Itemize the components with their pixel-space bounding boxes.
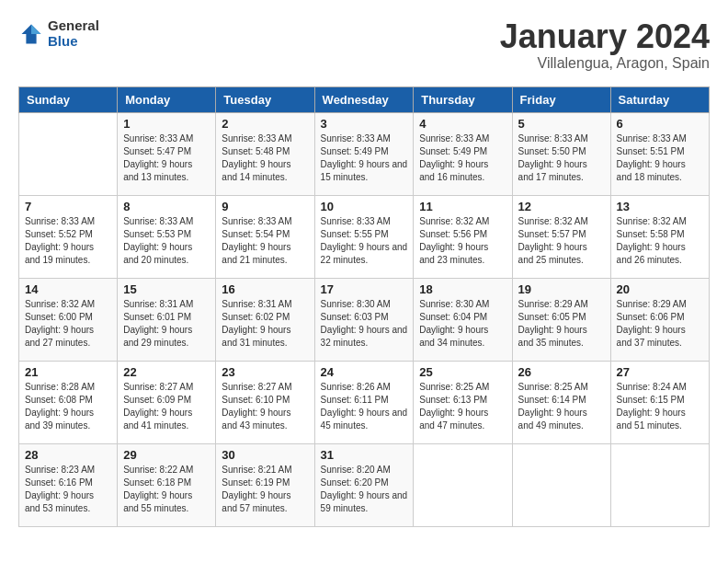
day-number: 17 — [321, 282, 408, 296]
title-area: January 2024 Villalengua, Aragon, Spain — [500, 18, 710, 72]
day-number: 14 — [25, 282, 111, 296]
svg-marker-1 — [31, 24, 41, 34]
day-info: Sunrise: 8:21 AM Sunset: 6:19 PM Dayligh… — [222, 464, 308, 515]
calendar-cell — [512, 443, 610, 526]
calendar-cell: 4Sunrise: 8:33 AM Sunset: 5:49 PM Daylig… — [414, 112, 512, 195]
day-number: 10 — [321, 200, 408, 213]
calendar-cell: 19Sunrise: 8:29 AM Sunset: 6:05 PM Dayli… — [512, 278, 610, 361]
day-info: Sunrise: 8:33 AM Sunset: 5:53 PM Dayligh… — [123, 215, 210, 267]
calendar-cell: 30Sunrise: 8:21 AM Sunset: 6:19 PM Dayli… — [216, 443, 314, 526]
calendar-cell — [414, 443, 512, 526]
header-thursday: Thursday — [414, 86, 512, 112]
calendar-cell: 25Sunrise: 8:25 AM Sunset: 6:13 PM Dayli… — [414, 361, 512, 443]
day-info: Sunrise: 8:31 AM Sunset: 6:02 PM Dayligh… — [222, 298, 308, 350]
day-number: 21 — [25, 365, 111, 379]
day-number: 3 — [321, 117, 408, 131]
day-info: Sunrise: 8:33 AM Sunset: 5:47 PM Dayligh… — [123, 132, 210, 184]
day-number: 8 — [123, 200, 210, 213]
calendar-cell: 20Sunrise: 8:29 AM Sunset: 6:06 PM Dayli… — [610, 278, 709, 361]
day-info: Sunrise: 8:30 AM Sunset: 6:04 PM Dayligh… — [419, 298, 506, 350]
header-friday: Friday — [512, 86, 610, 112]
header-tuesday: Tuesday — [216, 86, 314, 112]
calendar-cell: 13Sunrise: 8:32 AM Sunset: 5:58 PM Dayli… — [610, 195, 709, 278]
day-number: 7 — [25, 200, 111, 213]
day-info: Sunrise: 8:23 AM Sunset: 6:16 PM Dayligh… — [25, 464, 111, 515]
day-number: 26 — [518, 365, 605, 379]
day-info: Sunrise: 8:30 AM Sunset: 6:03 PM Dayligh… — [321, 298, 408, 350]
day-info: Sunrise: 8:31 AM Sunset: 6:01 PM Dayligh… — [123, 298, 210, 350]
day-number: 31 — [321, 448, 408, 462]
day-info: Sunrise: 8:27 AM Sunset: 6:10 PM Dayligh… — [222, 381, 308, 432]
day-info: Sunrise: 8:33 AM Sunset: 5:52 PM Dayligh… — [25, 215, 111, 267]
calendar-cell: 27Sunrise: 8:24 AM Sunset: 6:15 PM Dayli… — [610, 361, 709, 443]
calendar-subtitle: Villalengua, Aragon, Spain — [500, 55, 710, 72]
header: General Blue January 2024 Villalengua, A… — [18, 18, 710, 72]
day-number: 5 — [518, 117, 605, 131]
day-info: Sunrise: 8:29 AM Sunset: 6:05 PM Dayligh… — [518, 298, 605, 350]
day-info: Sunrise: 8:29 AM Sunset: 6:06 PM Dayligh… — [617, 298, 703, 350]
day-number: 9 — [222, 200, 308, 213]
logo-general: General — [48, 18, 99, 34]
day-info: Sunrise: 8:33 AM Sunset: 5:51 PM Dayligh… — [617, 132, 703, 184]
calendar-cell: 22Sunrise: 8:27 AM Sunset: 6:09 PM Dayli… — [118, 361, 216, 443]
day-info: Sunrise: 8:26 AM Sunset: 6:11 PM Dayligh… — [321, 381, 408, 432]
calendar-week-4: 21Sunrise: 8:28 AM Sunset: 6:08 PM Dayli… — [19, 361, 710, 443]
calendar-title: January 2024 — [500, 18, 710, 55]
day-number: 30 — [222, 448, 308, 462]
calendar-cell: 21Sunrise: 8:28 AM Sunset: 6:08 PM Dayli… — [19, 361, 118, 443]
calendar-cell: 15Sunrise: 8:31 AM Sunset: 6:01 PM Dayli… — [118, 278, 216, 361]
day-number: 13 — [617, 200, 703, 213]
calendar-cell: 14Sunrise: 8:32 AM Sunset: 6:00 PM Dayli… — [19, 278, 118, 361]
header-saturday: Saturday — [610, 86, 709, 112]
calendar-cell: 12Sunrise: 8:32 AM Sunset: 5:57 PM Dayli… — [512, 195, 610, 278]
logo: General Blue — [18, 18, 99, 49]
day-number: 18 — [419, 282, 506, 296]
calendar-cell: 28Sunrise: 8:23 AM Sunset: 6:16 PM Dayli… — [19, 443, 118, 526]
calendar-cell: 11Sunrise: 8:32 AM Sunset: 5:56 PM Dayli… — [414, 195, 512, 278]
day-number: 12 — [518, 200, 605, 213]
day-info: Sunrise: 8:20 AM Sunset: 6:20 PM Dayligh… — [321, 464, 408, 515]
day-info: Sunrise: 8:33 AM Sunset: 5:50 PM Dayligh… — [518, 132, 605, 184]
calendar-cell: 24Sunrise: 8:26 AM Sunset: 6:11 PM Dayli… — [314, 361, 414, 443]
day-info: Sunrise: 8:25 AM Sunset: 6:14 PM Dayligh… — [518, 381, 605, 432]
calendar-cell: 9Sunrise: 8:33 AM Sunset: 5:54 PM Daylig… — [216, 195, 314, 278]
calendar-cell: 26Sunrise: 8:25 AM Sunset: 6:14 PM Dayli… — [512, 361, 610, 443]
day-number: 1 — [123, 117, 210, 131]
calendar-cell: 3Sunrise: 8:33 AM Sunset: 5:49 PM Daylig… — [314, 112, 414, 195]
calendar-week-1: 1Sunrise: 8:33 AM Sunset: 5:47 PM Daylig… — [19, 112, 710, 195]
day-info: Sunrise: 8:32 AM Sunset: 6:00 PM Dayligh… — [25, 298, 111, 350]
calendar-cell: 29Sunrise: 8:22 AM Sunset: 6:18 PM Dayli… — [118, 443, 216, 526]
day-number: 23 — [222, 365, 308, 379]
calendar-table: SundayMondayTuesdayWednesdayThursdayFrid… — [18, 86, 710, 527]
day-number: 27 — [617, 365, 703, 379]
day-number: 2 — [222, 117, 308, 131]
day-number: 6 — [617, 117, 703, 131]
day-number: 16 — [222, 282, 308, 296]
day-info: Sunrise: 8:28 AM Sunset: 6:08 PM Dayligh… — [25, 381, 111, 432]
day-number: 15 — [123, 282, 210, 296]
calendar-cell: 16Sunrise: 8:31 AM Sunset: 6:02 PM Dayli… — [216, 278, 314, 361]
day-info: Sunrise: 8:32 AM Sunset: 5:58 PM Dayligh… — [617, 215, 703, 267]
day-number: 22 — [123, 365, 210, 379]
logo-icon — [18, 21, 44, 47]
day-number: 29 — [123, 448, 210, 462]
calendar-cell — [19, 112, 118, 195]
header-wednesday: Wednesday — [314, 86, 414, 112]
calendar-cell: 18Sunrise: 8:30 AM Sunset: 6:04 PM Dayli… — [414, 278, 512, 361]
calendar-cell: 2Sunrise: 8:33 AM Sunset: 5:48 PM Daylig… — [216, 112, 314, 195]
day-number: 4 — [419, 117, 506, 131]
day-info: Sunrise: 8:33 AM Sunset: 5:54 PM Dayligh… — [222, 215, 308, 267]
day-info: Sunrise: 8:32 AM Sunset: 5:57 PM Dayligh… — [518, 215, 605, 267]
calendar-header-row: SundayMondayTuesdayWednesdayThursdayFrid… — [19, 86, 710, 112]
day-info: Sunrise: 8:33 AM Sunset: 5:55 PM Dayligh… — [321, 215, 408, 267]
calendar-cell: 5Sunrise: 8:33 AM Sunset: 5:50 PM Daylig… — [512, 112, 610, 195]
day-info: Sunrise: 8:24 AM Sunset: 6:15 PM Dayligh… — [617, 381, 703, 432]
calendar-week-5: 28Sunrise: 8:23 AM Sunset: 6:16 PM Dayli… — [19, 443, 710, 526]
calendar-cell: 8Sunrise: 8:33 AM Sunset: 5:53 PM Daylig… — [118, 195, 216, 278]
calendar-cell: 10Sunrise: 8:33 AM Sunset: 5:55 PM Dayli… — [314, 195, 414, 278]
day-number: 25 — [419, 365, 506, 379]
day-info: Sunrise: 8:33 AM Sunset: 5:49 PM Dayligh… — [321, 132, 408, 184]
calendar-cell: 31Sunrise: 8:20 AM Sunset: 6:20 PM Dayli… — [314, 443, 414, 526]
calendar-cell: 1Sunrise: 8:33 AM Sunset: 5:47 PM Daylig… — [118, 112, 216, 195]
logo-blue: Blue — [48, 34, 99, 50]
